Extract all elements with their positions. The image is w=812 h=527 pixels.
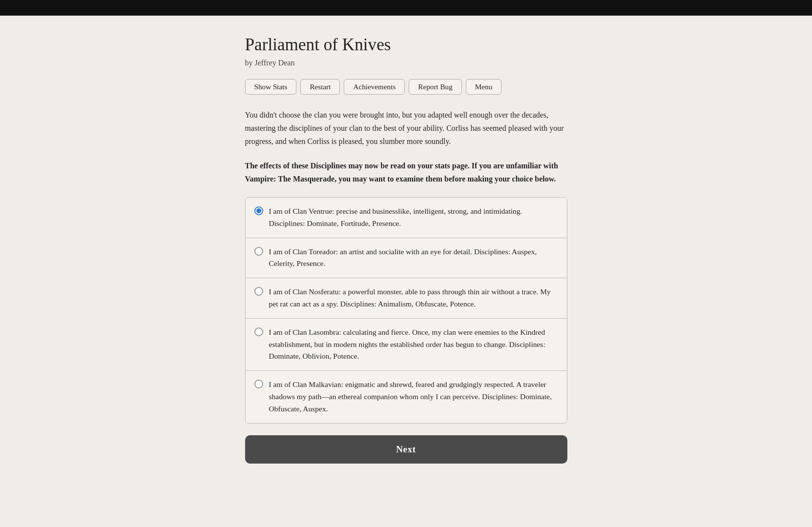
toolbar: Show Stats Restart Achievements Report B… [245,79,567,95]
radio-ventrue-fill [256,208,261,213]
restart-button[interactable]: Restart [300,79,340,95]
menu-button[interactable]: Menu [466,79,501,95]
narrative-paragraph: You didn't choose the clan you were brou… [245,108,567,148]
show-stats-button[interactable]: Show Stats [245,79,297,95]
achievements-button[interactable]: Achievements [344,79,405,95]
radio-toreador [254,247,263,256]
choice-lasombra-text: I am of Clan Lasombra: calculating and f… [269,326,558,363]
report-bug-button[interactable]: Report Bug [409,79,461,95]
radio-nosferatu [254,287,263,296]
game-title: Parliament of Knives [245,35,567,55]
radio-ventrue [254,206,263,215]
bold-notice: The effects of these Disciplines may now… [245,159,567,185]
choice-nosferatu-text: I am of Clan Nosferatu: a powerful monst… [269,286,558,310]
choice-ventrue[interactable]: I am of Clan Ventrue: precise and busine… [246,198,567,238]
choice-toreador[interactable]: I am of Clan Toreador: an artist and soc… [246,238,567,279]
next-button[interactable]: Next [245,435,567,464]
top-bar [0,0,812,16]
choice-nosferatu[interactable]: I am of Clan Nosferatu: a powerful monst… [246,278,567,319]
choice-malkavian[interactable]: I am of Clan Malkavian: enigmatic and sh… [246,371,567,423]
content-wrapper: Parliament of Knives by Jeffrey Dean Sho… [235,16,577,493]
choice-ventrue-text: I am of Clan Ventrue: precise and busine… [269,205,558,230]
game-author: by Jeffrey Dean [245,59,567,67]
radio-lasombra [254,327,263,336]
choice-malkavian-text: I am of Clan Malkavian: enigmatic and sh… [269,379,558,415]
radio-malkavian [254,380,263,388]
choices-container: I am of Clan Ventrue: precise and busine… [245,197,567,424]
choice-toreador-text: I am of Clan Toreador: an artist and soc… [269,246,558,270]
choice-lasombra[interactable]: I am of Clan Lasombra: calculating and f… [246,319,567,371]
